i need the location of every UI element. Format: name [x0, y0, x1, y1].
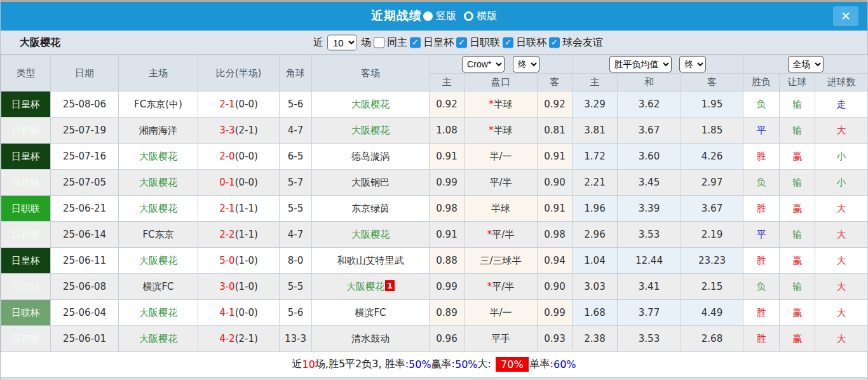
league-filter-label[interactable]: 球会友谊: [562, 36, 603, 49]
avg-draw-cell: 3.67: [618, 118, 681, 144]
single-rate-label: 单率:: [530, 358, 553, 371]
league-filter-label[interactable]: 日联杯: [516, 36, 546, 49]
corners-cell: 5-6: [280, 300, 312, 326]
goals-result-cell: 走: [815, 92, 868, 118]
handicap-cell: *半球: [465, 118, 538, 144]
league-filter-3[interactable]: 球会友谊: [546, 36, 603, 49]
filter-bar: 大阪樱花 近 10 场 同主 日皇杯日职联日联杯球会友谊: [1, 31, 867, 55]
avg-draw-cell: 12.44: [618, 248, 681, 274]
result-cell: 胜: [743, 144, 780, 170]
col-away: 客场: [312, 55, 430, 92]
handicap-cell: *半球: [465, 92, 538, 118]
handicap-result-cell: 输: [780, 118, 815, 144]
avg-time-select[interactable]: 终: [679, 56, 706, 72]
avg-draw-cell: 3.62: [618, 92, 681, 118]
handicap-result-cell: 赢: [780, 300, 815, 326]
league-type-cell: 日职联: [1, 196, 51, 222]
radio-vertical-label[interactable]: 竖版: [436, 10, 456, 23]
results-table: 类型 日期 主场 比分(半场) 角球 客场 Crow* 终 胜平负均值 终 全场: [1, 55, 868, 352]
same-home-label[interactable]: 同主: [387, 36, 407, 49]
match-count-select[interactable]: 10: [327, 34, 357, 50]
date-cell: 25-06-21: [51, 196, 119, 222]
league-filter-1[interactable]: 日职联: [454, 36, 500, 49]
checkbox-icon[interactable]: [410, 37, 421, 48]
league-filter-label[interactable]: 日职联: [470, 36, 500, 49]
match-row: 日职联25-06-01大阪樱花4-2(2-1)13-3清水鼓动0.96平手0.9…: [1, 326, 868, 352]
away-odds-cell: 0.91: [538, 144, 573, 170]
away-team-cell: 大阪樱花1: [312, 274, 430, 300]
league-filter-label[interactable]: 日皇杯: [423, 36, 454, 49]
home-odds-cell: 0.88: [430, 248, 465, 274]
corners-cell: 13-3: [280, 326, 312, 352]
home-team-cell: 横滨FC: [119, 274, 198, 300]
avg-draw-cell: 3.39: [618, 196, 681, 222]
col-odds-home: 主: [430, 74, 465, 92]
home-odds-cell: 0.98: [430, 196, 465, 222]
checkbox-icon[interactable]: [456, 37, 467, 48]
away-odds-cell: 0.91: [538, 196, 573, 222]
score-cell: 3-3(2-1): [198, 118, 280, 144]
away-team-cell: 和歌山艾特里武: [312, 248, 430, 274]
col-handicap: 盘口: [465, 74, 538, 92]
goals-result-cell: 大: [815, 118, 868, 144]
radio-unselected-icon[interactable]: [464, 11, 473, 21]
date-cell: 25-06-08: [51, 274, 119, 300]
handicap-result-cell: 赢: [780, 196, 815, 222]
league-filter-2[interactable]: 日联杯: [500, 36, 546, 49]
league-filter-0[interactable]: 日皇杯: [407, 36, 454, 49]
near-label: 近: [313, 36, 323, 49]
home-odds-cell: 0.91: [430, 144, 465, 170]
avg-draw-cell: 3.45: [618, 170, 681, 196]
close-button[interactable]: ✕: [833, 6, 858, 26]
radio-selected-icon[interactable]: [423, 11, 433, 21]
period-select[interactable]: 全场: [788, 56, 824, 72]
handicap-star: *: [489, 98, 494, 110]
match-row: 日职联25-06-21大阪樱花2-1(1-1)5-5东京绿茵0.98半球0.91…: [1, 196, 868, 222]
avg-away-cell: 23.23: [681, 248, 743, 274]
handicap-result-cell: 赢: [780, 248, 815, 274]
result-cell: 平: [743, 118, 780, 144]
goals-result-cell: 大: [815, 248, 868, 274]
odds-company-select[interactable]: Crow*: [462, 56, 505, 72]
match-row: 日联杯25-06-08横滨FC3-0(1-0)5-5大阪樱花10.99*平/半0…: [1, 274, 868, 300]
score-cell: 2-1(0-0): [198, 92, 280, 118]
away-odds-cell: 0.93: [538, 326, 573, 352]
recent-results-dialog: 近期战绩 竖版 横版 ✕ 大阪樱花 近 10 场 同主 日皇杯日职联日联杯球会友…: [0, 0, 868, 380]
goals-result-cell: 大: [815, 222, 868, 248]
avg-away-cell: 2.19: [681, 222, 743, 248]
match-row: 日皇杯25-06-11大阪樱花5-0(1-0)8-0和歌山艾特里武0.88三/三…: [1, 248, 868, 274]
handicap-cell: 半/一: [465, 300, 538, 326]
same-home-checkbox[interactable]: [374, 37, 384, 48]
window-bottom-edge: [1, 377, 867, 380]
match-row: 日职联25-06-14FC东京2-2(1-1)4-7大阪樱花0.91*平/半0.…: [1, 222, 868, 248]
col-avg-away: 客: [681, 74, 743, 92]
single-rate: 60%: [553, 358, 576, 370]
corners-cell: 6-5: [280, 144, 312, 170]
away-team-cell: 清水鼓动: [312, 326, 430, 352]
radio-horizontal-label[interactable]: 横版: [477, 10, 497, 23]
odds-time-select[interactable]: 终: [513, 56, 539, 72]
date-cell: 25-07-05: [51, 170, 119, 196]
summary-footer: 近10场,胜5平2负3, 胜率:50% 赢率:50% 大: 70% 单率:60%: [1, 352, 867, 377]
away-odds-cell: 0.94: [538, 248, 573, 274]
score-cell: 2-2(1-1): [198, 222, 280, 248]
home-team-cell: 大阪樱花: [119, 170, 198, 196]
checkbox-icon[interactable]: [503, 37, 513, 48]
layout-radio-group: 竖版 横版: [422, 10, 497, 23]
league-type-cell: 日职联: [1, 118, 51, 144]
summary-prefix: 近: [292, 358, 302, 371]
score-cell: 3-0(1-0): [198, 274, 280, 300]
handicap-cell: 半/一: [465, 144, 538, 170]
col-goals-result: 进球数: [815, 74, 868, 92]
matches-label: 场: [361, 36, 371, 49]
handicap-cell: 平手: [465, 326, 538, 352]
date-cell: 25-06-14: [51, 222, 119, 248]
score-cell: 0-1(0-0): [198, 170, 280, 196]
avg-home-cell: 3.81: [573, 118, 618, 144]
home-odds-cell: 0.92: [430, 92, 465, 118]
away-odds-cell: 0.98: [538, 222, 573, 248]
checkbox-icon[interactable]: [549, 37, 560, 48]
home-odds-cell: 0.99: [430, 274, 465, 300]
avg-type-select[interactable]: 胜平负均值: [609, 56, 672, 72]
goals-result-cell: 大: [815, 326, 868, 352]
